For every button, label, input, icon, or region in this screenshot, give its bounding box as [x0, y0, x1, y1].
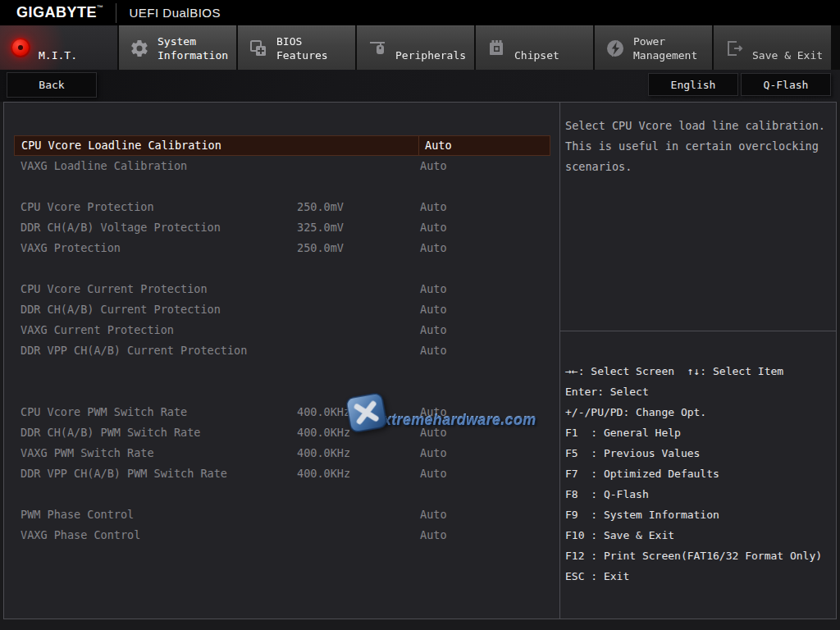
setting-current-value: 325.0mV: [297, 217, 344, 238]
shortcut-line: +/-/PU/PD: Change Opt.: [565, 402, 834, 422]
tab-bios-features[interactable]: BIOS Features: [238, 25, 355, 70]
tab-mit[interactable]: M.I.T.: [0, 25, 117, 70]
trademark-symbol: ™: [97, 4, 104, 11]
setting-option-value[interactable]: Auto: [420, 340, 447, 361]
setting-label: CPU Vcore PWM Switch Rate: [21, 402, 187, 422]
shortcut-line: F10 : Save & Exit: [565, 525, 834, 546]
shortcut-line: F12 : Print Screen(FAT16/32 Format Only): [565, 546, 834, 566]
qflash-button[interactable]: Q-Flash: [741, 73, 831, 96]
setting-option-value[interactable]: Auto: [420, 525, 447, 546]
settings-group: CPU Vcore Loadline CalibrationAutoVAXG L…: [4, 135, 559, 176]
item-help-text: Select CPU Vcore load line calibration. …: [560, 103, 836, 331]
setting-option-value[interactable]: Auto: [420, 402, 447, 422]
chipset-icon: [486, 37, 507, 60]
tab-chipset[interactable]: Chipset: [476, 25, 593, 70]
setting-row[interactable]: VAXG Protection250.0mVAuto: [4, 238, 559, 258]
mit-red-dot-icon: [10, 36, 31, 59]
tab-power-management[interactable]: Power Management: [595, 25, 712, 70]
shortcut-line: →←: Select Screen ↑↓: Select Item: [565, 361, 834, 381]
info-panel-divider: [560, 331, 836, 331]
setting-row[interactable]: CPU Vcore Current ProtectionAuto: [4, 279, 559, 299]
setting-label: CPU Vcore Protection: [21, 197, 154, 217]
setting-row[interactable]: PWM Phase ControlAuto: [4, 504, 559, 525]
setting-current-value: 400.0KHz: [297, 463, 350, 484]
setting-label: VAXG PWM Switch Rate: [21, 443, 154, 463]
setting-row[interactable]: DDR VPP CH(A/B) Current ProtectionAuto: [4, 340, 559, 361]
setting-option-value[interactable]: Auto: [420, 422, 447, 443]
setting-option-value[interactable]: Auto: [418, 135, 550, 156]
setting-current-value: 250.0mV: [297, 238, 344, 258]
settings-group: CPU Vcore Protection250.0mVAutoDDR CH(A/…: [4, 197, 559, 258]
settings-group: CPU Vcore PWM Switch Rate400.0KHzAutoDDR…: [4, 402, 559, 484]
tab-system-information[interactable]: System Information: [119, 25, 236, 70]
shortcuts-list: →←: Select Screen ↑↓: Select ItemEnter: …: [565, 361, 834, 587]
setting-option-value[interactable]: Auto: [420, 443, 447, 463]
shortcut-line: Enter: Select: [565, 381, 834, 402]
bios-chip-plus-icon: [248, 37, 269, 60]
setting-row[interactable]: VAXG Loadline CalibrationAuto: [4, 156, 559, 176]
tab-save-exit[interactable]: Save & Exit: [714, 25, 831, 70]
gear-icon: [129, 37, 150, 60]
setting-label: CPU Vcore Loadline Calibration: [14, 135, 421, 156]
shortcut-line: F1 : General Help: [565, 422, 834, 443]
setting-label: DDR CH(A/B) PWM Switch Rate: [21, 422, 200, 443]
setting-current-value: 400.0KHz: [297, 422, 350, 443]
setting-current-value: 250.0mV: [297, 197, 344, 217]
setting-label: DDR CH(A/B) Voltage Protection: [21, 217, 221, 238]
setting-option-value[interactable]: Auto: [420, 279, 447, 299]
setting-row[interactable]: CPU Vcore Loadline CalibrationAuto: [4, 135, 559, 156]
setting-label: VAXG Phase Control: [21, 525, 140, 546]
setting-current-value: 400.0KHz: [297, 443, 350, 463]
setting-row[interactable]: CPU Vcore PWM Switch Rate400.0KHzAuto: [4, 402, 559, 422]
settings-list: CPU Vcore Loadline CalibrationAutoVAXG L…: [4, 135, 559, 546]
setting-row[interactable]: VAXG Phase ControlAuto: [4, 525, 559, 546]
bios-title: UEFI DualBIOS: [130, 6, 221, 20]
setting-option-value[interactable]: Auto: [420, 197, 447, 217]
shortcut-line: F8 : Q-Flash: [565, 484, 834, 504]
setting-option-value[interactable]: Auto: [420, 504, 447, 525]
language-button[interactable]: English: [648, 73, 738, 96]
back-button[interactable]: Back: [7, 72, 97, 98]
save-exit-icon: [724, 37, 745, 60]
setting-row[interactable]: DDR CH(A/B) Current ProtectionAuto: [4, 299, 559, 320]
gigabyte-logo: GIGABYTE™: [16, 4, 104, 21]
power-lightning-icon: [605, 37, 626, 60]
shortcut-line: F7 : Optimized Defaults: [565, 463, 834, 484]
title-bar: GIGABYTE™ UEFI DualBIOS: [0, 0, 840, 25]
setting-row[interactable]: VAXG Current ProtectionAuto: [4, 320, 559, 340]
setting-option-value[interactable]: Auto: [420, 463, 447, 484]
top-tab-bar: M.I.T. System Information BIOS Features …: [0, 25, 840, 70]
setting-label: CPU Vcore Current Protection: [21, 279, 208, 299]
setting-option-value[interactable]: Auto: [420, 238, 447, 258]
setting-current-value: 400.0KHz: [297, 402, 350, 422]
sub-toolbar: Back English Q-Flash: [0, 70, 840, 102]
setting-row[interactable]: DDR VPP CH(A/B) PWM Switch Rate400.0KHzA…: [4, 463, 559, 484]
shortcut-line: ESC : Exit: [565, 566, 834, 587]
setting-label: VAXG Protection: [21, 238, 121, 258]
setting-row[interactable]: DDR CH(A/B) Voltage Protection325.0mVAut…: [4, 217, 559, 238]
settings-group: PWM Phase ControlAutoVAXG Phase ControlA…: [4, 504, 559, 546]
setting-option-value[interactable]: Auto: [420, 320, 447, 340]
setting-option-value[interactable]: Auto: [420, 217, 447, 238]
shortcut-line: F5 : Previous Values: [565, 443, 834, 463]
tab-peripherals[interactable]: Peripherals: [357, 25, 474, 70]
setting-row[interactable]: DDR CH(A/B) PWM Switch Rate400.0KHzAuto: [4, 422, 559, 443]
header-separator: [116, 3, 116, 23]
setting-label: DDR VPP CH(A/B) PWM Switch Rate: [21, 463, 227, 484]
peripherals-mouse-icon: [367, 37, 388, 60]
setting-label: VAXG Current Protection: [21, 320, 174, 340]
setting-label: DDR CH(A/B) Current Protection: [21, 299, 221, 320]
info-panel: Select CPU Vcore load line calibration. …: [559, 103, 836, 619]
settings-group: CPU Vcore Current ProtectionAutoDDR CH(A…: [4, 279, 559, 361]
shortcut-line: F9 : System Information: [565, 504, 834, 525]
setting-label: PWM Phase Control: [21, 504, 134, 525]
setting-option-value[interactable]: Auto: [420, 156, 447, 176]
setting-row[interactable]: VAXG PWM Switch Rate400.0KHzAuto: [4, 443, 559, 463]
setting-row[interactable]: CPU Vcore Protection250.0mVAuto: [4, 197, 559, 217]
main-panel: CPU Vcore Loadline CalibrationAutoVAXG L…: [3, 102, 837, 619]
setting-option-value[interactable]: Auto: [420, 299, 447, 320]
setting-label: DDR VPP CH(A/B) Current Protection: [21, 340, 247, 361]
setting-label: VAXG Loadline Calibration: [21, 156, 187, 176]
